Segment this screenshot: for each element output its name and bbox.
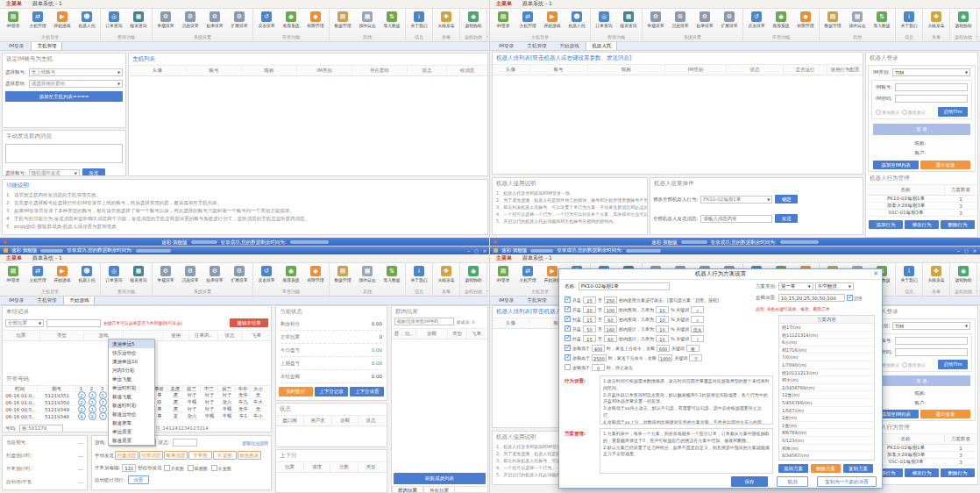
- im-password-input[interactable]: [895, 95, 968, 103]
- ribbon-button[interactable]: ⇄ 主机管理: [515, 10, 540, 33]
- plan-item[interactable]: 5/456789/(m): [779, 399, 874, 407]
- ribbon-button[interactable]: ⚙ 赔率设置: [202, 10, 227, 33]
- page-tab[interactable]: 主机管理: [521, 41, 552, 50]
- edit-behavior-button[interactable]: 修改行为: [905, 220, 939, 229]
- ribbon-button[interactable]: ◎ 订单查询: [102, 10, 126, 33]
- column-header[interactable]: 头像: [493, 65, 529, 75]
- ribbon-button[interactable]: ▦ 操作日志: [845, 10, 870, 33]
- ribbon-button[interactable]: i 关于我们: [407, 264, 431, 288]
- im-type-select[interactable]: TIM▼: [892, 68, 970, 76]
- plan-item[interactable]: 1龙(m): [779, 422, 874, 430]
- column-header[interactable]: 名称: [867, 185, 945, 195]
- interval-input[interactable]: [122, 464, 136, 472]
- column-header[interactable]: 使用行为配置: [827, 65, 863, 75]
- behavior-select[interactable]: PK10-02每期1单▼: [700, 196, 772, 204]
- status-action-button[interactable]: 上下分记录: [315, 387, 349, 397]
- plan-item[interactable]: 特10111213/(m): [779, 369, 874, 377]
- column-header[interactable]: 飞单: [242, 331, 271, 340]
- plan-item[interactable]: 4/4/(m): [779, 460, 874, 461]
- plan-mode-select[interactable]: 不中翻倍▼: [815, 282, 854, 290]
- rule-checkbox[interactable]: [565, 306, 571, 312]
- im-password-input[interactable]: [895, 348, 968, 356]
- context-menu-item[interactable]: 幸运时时彩: [109, 383, 154, 392]
- column-header[interactable]: 分数: [330, 462, 359, 472]
- column-header[interactable]: 飞单: [467, 329, 486, 339]
- ribbon-button[interactable]: ↺ 反水设置: [254, 264, 279, 288]
- ribbon-button[interactable]: i 关于我们: [897, 10, 921, 33]
- context-menu-item[interactable]: 幸运蛋蛋: [109, 427, 154, 436]
- ribbon-button[interactable]: ⚙ 消息设置: [668, 10, 692, 33]
- im-account-input[interactable]: [895, 83, 968, 91]
- player-filter-select[interactable]: 全部玩家▼: [5, 319, 44, 327]
- plan-item[interactable]: 特11121314/(m): [779, 332, 874, 339]
- column-header[interactable]: 昵称: [242, 66, 297, 75]
- column-header[interactable]: 请求: [304, 462, 330, 472]
- close-button[interactable]: ✕: [483, 248, 486, 254]
- menu-tab[interactable]: 跟单系统 - 1: [32, 254, 62, 262]
- rule-checkbox[interactable]: [565, 364, 571, 370]
- manual-send-button[interactable]: 封盘消息: [115, 451, 138, 460]
- plan-item[interactable]: 特17/(m): [779, 324, 874, 332]
- plan-item[interactable]: 8/34567/(m): [779, 452, 874, 460]
- plan-item[interactable]: 和单(m): [779, 445, 874, 453]
- context-menu-item[interactable]: 极速飞艇: [109, 392, 154, 401]
- plan-item[interactable]: 1/567/(m): [779, 407, 874, 415]
- start-tim-button[interactable]: 启动Tim: [938, 360, 968, 369]
- ribbon-button[interactable]: ⚙ 消息设置: [178, 264, 202, 288]
- ribbon-button[interactable]: ▦ 报表查询: [616, 10, 641, 33]
- menu-tab[interactable]: 主菜单: [496, 0, 512, 8]
- ribbon-button[interactable]: ⚙ 消息设置: [178, 10, 202, 33]
- ribbon-collapse-icon[interactable]: ˄: [976, 35, 979, 40]
- player-search-input[interactable]: [394, 318, 454, 325]
- page-tab[interactable]: IM登录: [3, 296, 30, 304]
- edit-behavior-button[interactable]: 修改行为: [905, 468, 939, 477]
- ribbon-button[interactable]: ↺ 反水设置: [254, 10, 279, 33]
- status-action-button[interactable]: 上下分设置: [350, 387, 384, 397]
- ribbon-button[interactable]: ◆ 权限管理: [303, 264, 328, 288]
- start-tim-button[interactable]: 启动Tim: [938, 107, 968, 117]
- column-header[interactable]: 玩家: [276, 462, 304, 472]
- cancel-button[interactable]: 取消: [777, 476, 808, 487]
- ribbon-button[interactable]: ✚ 火线杀毒: [434, 10, 458, 33]
- column-header[interactable]: 是否运行: [784, 65, 827, 75]
- ribbon-button[interactable]: ◉ 远程协助: [461, 264, 486, 288]
- ribbon-button[interactable]: ◉ 远程协助: [951, 10, 976, 33]
- ribbon-button[interactable]: ⇄ 主机管理: [515, 264, 540, 288]
- save-button[interactable]: 保存: [731, 476, 768, 487]
- delete-behavior-button[interactable]: 删除行为: [941, 468, 975, 477]
- add-behavior-button[interactable]: 添加行为: [869, 220, 903, 229]
- ribbon-button[interactable]: ▤ IM登录: [491, 264, 515, 288]
- ribbon-button[interactable]: ☻ 机器人托: [75, 10, 99, 33]
- behavior-row[interactable]: SSC-01每期3单3: [867, 210, 976, 217]
- manual-send-button[interactable]: 长龙图: [213, 451, 237, 460]
- ribbon-button[interactable]: ◉ 远程协助: [951, 264, 976, 288]
- column-header[interactable]: IM类别: [297, 66, 352, 75]
- ribbon-button[interactable]: ⚙ 赔率设置: [202, 264, 227, 288]
- image-verify-radio[interactable]: [902, 110, 907, 115]
- ribbon-button[interactable]: ⇅ 导入数据: [380, 264, 404, 288]
- plan-item[interactable]: 1/7890/(m): [779, 361, 874, 369]
- ribbon-collapse-icon[interactable]: ˄: [486, 35, 489, 40]
- delete-behavior-button[interactable]: 删除行为: [941, 220, 975, 229]
- context-menu-item[interactable]: 河内5分彩: [109, 366, 154, 375]
- add-to-host-list-button[interactable]: 添加至主机列表====: [5, 91, 123, 102]
- rule-checkbox[interactable]: [565, 354, 571, 361]
- add-plan-button[interactable]: 添加方案: [778, 464, 808, 473]
- login-button[interactable]: 登 录: [873, 124, 970, 135]
- plan-name-input[interactable]: [579, 282, 670, 290]
- page-tab[interactable]: 开始游戏: [63, 296, 95, 304]
- column-header[interactable]: 状态: [218, 331, 242, 340]
- column-header[interactable]: 状态: [727, 65, 784, 75]
- rule-checkbox[interactable]: [565, 316, 571, 322]
- game-rules-link[interactable]: 游戏玩法说明: [242, 440, 268, 446]
- group-message-textarea[interactable]: [5, 144, 123, 163]
- column-header[interactable]: 状态: [359, 416, 383, 425]
- status-action-button[interactable]: 实时统计: [279, 387, 313, 397]
- manual-send-button[interactable]: 结算消息: [139, 451, 163, 460]
- auto-send-checkbox[interactable]: 长龙图: [211, 465, 231, 471]
- plan-item[interactable]: 12龙(m): [779, 391, 874, 399]
- context-menu-item[interactable]: 澳洲幸运10: [109, 357, 154, 366]
- add-to-im-list-button[interactable]: 添加至IM列表: [873, 161, 919, 169]
- column-header[interactable]: IM类别: [665, 65, 727, 75]
- column-header[interactable]: 群: [392, 329, 402, 339]
